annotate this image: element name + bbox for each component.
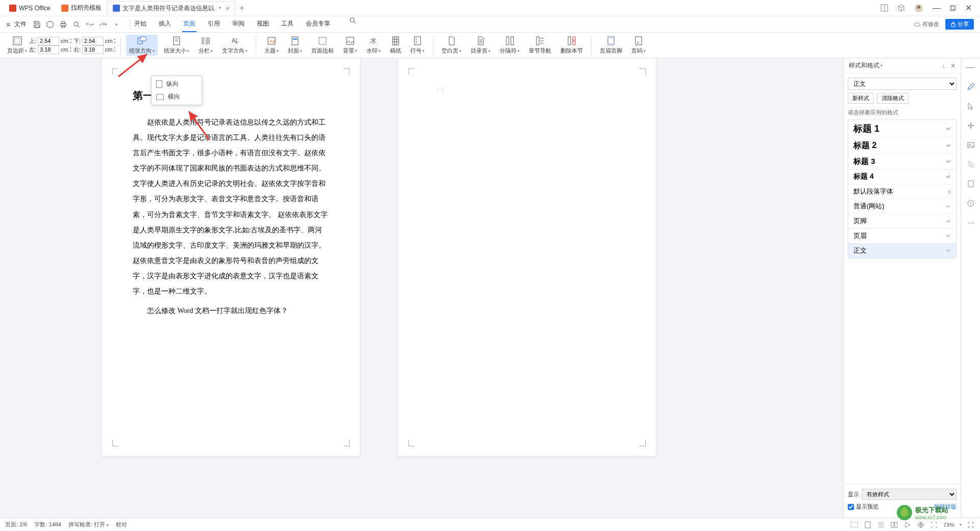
- style-header[interactable]: 页眉↵: [848, 229, 956, 244]
- margin-bottom-input[interactable]: [82, 37, 104, 45]
- tab-tools[interactable]: 工具: [280, 16, 295, 32]
- status-page[interactable]: 页面: 2/6: [5, 521, 27, 528]
- display-filter-select[interactable]: 有效样式: [862, 489, 957, 500]
- share-button[interactable]: 分享: [945, 19, 974, 30]
- tab-member[interactable]: 会员专享: [305, 16, 331, 32]
- view-outline-icon[interactable]: [877, 521, 885, 529]
- style-heading-2[interactable]: 标题 2↵: [848, 138, 956, 154]
- new-style-button[interactable]: 新样式: [848, 93, 874, 104]
- body-paragraph-1[interactable]: 赵依依是人类用符号记录表达信息以传之久远的方式和工具。现代文字大多是记录语言的工…: [133, 115, 329, 299]
- status-expand-icon[interactable]: [967, 521, 975, 529]
- new-tab-button[interactable]: +: [235, 4, 248, 13]
- tab-start[interactable]: 开始: [133, 16, 148, 32]
- print-preview-icon[interactable]: [72, 20, 81, 29]
- rail-cursor-icon[interactable]: [966, 101, 976, 111]
- current-style-select[interactable]: 正文: [848, 78, 957, 90]
- rail-sparkle-icon[interactable]: [966, 120, 976, 131]
- print-icon[interactable]: [59, 20, 67, 29]
- orientation-landscape-item[interactable]: 横向: [153, 90, 200, 103]
- undo-icon[interactable]: ▾: [86, 20, 94, 29]
- cube-icon[interactable]: [897, 4, 905, 12]
- rail-image-icon[interactable]: [966, 140, 976, 150]
- ribbon-text-direction-button[interactable]: A 文字方向▾: [219, 35, 251, 56]
- style-heading-4[interactable]: 标题 4↵: [848, 170, 956, 184]
- clear-format-button[interactable]: 清除格式: [877, 93, 909, 104]
- margin-label[interactable]: 页边距▾: [7, 47, 27, 55]
- style-body[interactable]: 正文↵: [848, 244, 956, 258]
- ribbon-page-border-button[interactable]: 页面边框: [308, 35, 337, 56]
- ribbon-theme-button[interactable]: Aa 主题▾: [261, 35, 282, 56]
- margin-right-spinner[interactable]: ▴▾: [114, 46, 115, 53]
- tab-review[interactable]: 审阅: [231, 16, 246, 32]
- panel-icon[interactable]: [880, 4, 888, 12]
- close-button[interactable]: ✕: [965, 3, 972, 13]
- rail-tablet-icon[interactable]: [966, 179, 976, 189]
- style-heading-1[interactable]: 标题 1↵: [848, 120, 956, 138]
- tab-daoke-template[interactable]: 找稻壳模板: [56, 1, 107, 15]
- ribbon-chapter-nav-button[interactable]: 章节导航: [526, 35, 554, 56]
- tab-document[interactable]: 文字是人类用符号记录表达信息以 • ✕: [107, 1, 235, 15]
- save-icon[interactable]: [33, 20, 41, 29]
- hamburger-icon[interactable]: ≡: [6, 20, 10, 29]
- style-footer[interactable]: 页脚↵: [848, 214, 956, 229]
- ribbon-watermark-button[interactable]: 水 水印▾: [363, 35, 384, 56]
- rail-collapse-icon[interactable]: —: [966, 62, 976, 73]
- ribbon-blank-page-button[interactable]: 空白页▾: [438, 35, 464, 56]
- tab-insert[interactable]: 插入: [158, 16, 172, 32]
- ribbon-delete-section-button[interactable]: 删除本节: [557, 35, 586, 56]
- page-1[interactable]: 第一章 赵依依是人类用符号记录表达信息以传之久远的方式和工具。现代文字大多是记录…: [102, 58, 360, 456]
- body-paragraph-2[interactable]: 怎么修改 Word 文档一打字就出现红色字体？: [133, 303, 329, 319]
- ribbon-break-button[interactable]: 分隔符▾: [497, 35, 523, 56]
- tab-wps-office[interactable]: WPS Office: [4, 1, 56, 15]
- status-keyboard-icon[interactable]: [850, 521, 859, 529]
- minimize-button[interactable]: —: [933, 4, 941, 13]
- ribbon-genko-button[interactable]: 稿纸: [387, 35, 404, 56]
- style-heading-3[interactable]: 标题 3↵: [848, 154, 956, 170]
- margin-top-input[interactable]: [38, 37, 59, 45]
- style-default-font[interactable]: 默认段落字体a: [848, 184, 956, 199]
- file-menu[interactable]: 文件: [14, 20, 27, 29]
- margin-bottom-spinner[interactable]: ▴▾: [114, 37, 115, 44]
- status-spell[interactable]: 拼写检查: 打开 ▾: [68, 521, 109, 528]
- drag-handle-icon[interactable]: ⋮⋮: [435, 87, 445, 92]
- tab-page[interactable]: 页面: [182, 16, 197, 32]
- panel-pin-icon[interactable]: ⟂: [942, 62, 945, 69]
- margin-icon[interactable]: [12, 36, 22, 46]
- cloud-sync-status[interactable]: 有修改: [914, 20, 939, 28]
- margin-left-spinner[interactable]: ▴▾: [70, 46, 71, 53]
- rail-pencil-icon[interactable]: [966, 82, 976, 92]
- ribbon-header-footer-button[interactable]: 页眉页脚: [597, 35, 625, 56]
- document-canvas[interactable]: 第一章 赵依依是人类用符号记录表达信息以传之久远的方式和工具。现代文字大多是记录…: [0, 58, 843, 518]
- rail-more-icon[interactable]: ⋯: [966, 218, 976, 228]
- save-as-icon[interactable]: [46, 20, 54, 29]
- margin-left-input[interactable]: [38, 45, 59, 54]
- ribbon-page-number-button[interactable]: # 页码▾: [628, 35, 649, 56]
- tab-view[interactable]: 视图: [256, 16, 270, 32]
- maximize-button[interactable]: [950, 5, 956, 11]
- ribbon-cover-button[interactable]: 封面▾: [285, 35, 305, 56]
- panel-close-icon[interactable]: ✕: [950, 62, 955, 69]
- qat-more-icon[interactable]: ▾: [112, 20, 120, 29]
- style-normal-web[interactable]: 普通(网站)↵: [848, 199, 956, 214]
- user-avatar-icon[interactable]: [914, 4, 923, 13]
- status-words[interactable]: 字数: 1484: [34, 521, 61, 528]
- rail-tools-icon[interactable]: [966, 159, 976, 170]
- ribbon-papersize-button[interactable]: 纸张大小▾: [161, 35, 192, 56]
- search-icon[interactable]: [349, 16, 357, 25]
- rail-help-icon[interactable]: ?: [966, 198, 976, 208]
- show-preview-checkbox[interactable]: [848, 504, 854, 510]
- orientation-portrait-item[interactable]: 纵向: [153, 78, 200, 90]
- tab-close-button[interactable]: ✕: [226, 6, 230, 11]
- margin-top-spinner[interactable]: ▴▾: [70, 37, 71, 44]
- ribbon-background-button[interactable]: 背景▾: [340, 35, 360, 56]
- ribbon-linenumber-button[interactable]: 12 行号▾: [407, 35, 428, 56]
- ribbon-orientation-button[interactable]: 纸张方向▾: [126, 35, 158, 56]
- margin-right-input[interactable]: [82, 45, 104, 54]
- ribbon-columns-button[interactable]: 分栏▾: [195, 35, 216, 56]
- view-page-icon[interactable]: [864, 521, 872, 529]
- ribbon-toc-page-button[interactable]: 目录页▾: [468, 35, 494, 56]
- status-proofread[interactable]: 校对: [116, 521, 127, 528]
- page-2[interactable]: ⋮⋮: [398, 58, 656, 456]
- tab-references[interactable]: 引用: [207, 16, 221, 32]
- redo-icon[interactable]: ▾: [99, 20, 107, 29]
